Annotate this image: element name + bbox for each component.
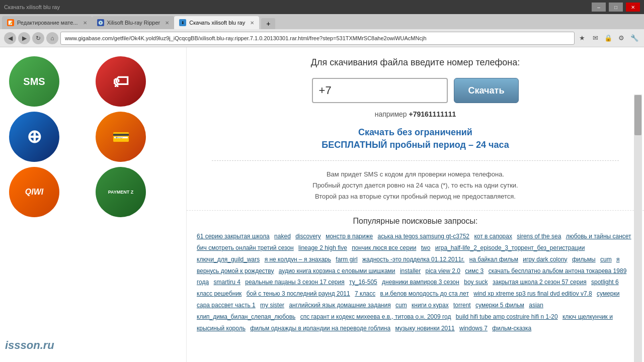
popular-link[interactable]: игру dark colony <box>523 256 567 263</box>
maximize-button[interactable]: □ <box>609 3 623 12</box>
nav-icons: ★ ✉ 🔒 ⚙ 🔧 <box>577 33 640 44</box>
left-sidebar: SMS 🏷 ⊕ 💳 QIWI PAYMENT Z <box>0 47 186 362</box>
popular-link[interactable]: ту_16-505 <box>349 279 377 286</box>
popular-link[interactable]: пончик люся все серии <box>352 244 416 251</box>
close-window-button[interactable]: ✕ <box>626 3 640 12</box>
popular-link[interactable]: 7 класс <box>355 290 375 297</box>
app-sms-icon[interactable]: SMS <box>9 56 59 107</box>
extensions-icon[interactable]: 🔧 <box>629 33 640 44</box>
popular-link[interactable]: sirens of the sea <box>517 233 561 240</box>
popular-link[interactable]: жадность -это подделка 01.12.2011г. <box>362 256 464 263</box>
popular-link[interactable]: cum <box>600 256 612 263</box>
tab-2-close[interactable]: ✕ <box>165 20 169 26</box>
popular-link[interactable]: кот в сапорах <box>474 233 512 240</box>
tools-icon[interactable]: ⚙ <box>616 33 627 44</box>
minimize-button[interactable]: – <box>592 3 606 12</box>
popular-link[interactable]: аська на tegos samsung gt-c3752 <box>378 233 470 240</box>
app-blue-symbol: ⊕ <box>27 126 42 147</box>
popular-link[interactable]: 61 серию закрытая школа <box>197 233 270 240</box>
forward-button[interactable]: ▶ <box>18 32 30 44</box>
popular-link[interactable]: реальные пацаны 3 сезон 17 серия <box>245 279 345 286</box>
app-payment-icon[interactable]: PAYMENT Z <box>96 167 146 217</box>
popular-link[interactable]: my sister <box>260 302 284 309</box>
popular-link[interactable]: я не колдун – я знахарь <box>265 256 331 263</box>
popular-link[interactable]: windows 7 <box>459 325 488 332</box>
popular-link[interactable]: boy suck <box>464 279 488 286</box>
download-button[interactable]: Скачать <box>454 78 519 103</box>
popular-link[interactable]: two <box>421 244 431 251</box>
popular-link[interactable]: фильм-сказка <box>492 325 531 332</box>
popular-link[interactable]: монстр в париже <box>326 233 373 240</box>
popular-link[interactable]: naked <box>274 233 291 240</box>
tab-3-close[interactable]: ✕ <box>250 20 254 26</box>
popular-link[interactable]: в.и.белов молодость до ста лет <box>380 290 468 297</box>
window-title: Скачать xilisoft blu ray <box>4 4 589 10</box>
popular-section: Популярные поисковые запросы: 61 серию з… <box>187 211 644 362</box>
lock-icon[interactable]: 🔒 <box>603 33 614 44</box>
popular-link[interactable]: музыку новинки 2011 <box>395 325 454 332</box>
app-blue-icon[interactable]: ⊕ <box>9 112 59 162</box>
app-red-icon[interactable]: 🏷 <box>96 56 146 107</box>
tab-3-label: Скачать xilisoft blu ray <box>189 20 245 26</box>
example-phone: +79161111111 <box>409 110 456 118</box>
page-content: SMS 🏷 ⊕ 💳 QIWI PAYMENT Z Для ск <box>0 47 644 362</box>
app-grid: SMS 🏷 ⊕ 💳 QIWI PAYMENT Z <box>4 51 182 222</box>
bookmark-icon[interactable]: ★ <box>577 33 588 44</box>
reload-button[interactable]: ↻ <box>32 32 44 44</box>
scroll-thumb[interactable] <box>634 95 641 135</box>
tab-2[interactable]: 💿 Xilisoft Blu-ray Ripper ✕ <box>92 16 175 29</box>
back-button[interactable]: ◀ <box>4 32 16 44</box>
new-tab-button[interactable]: + <box>261 18 275 29</box>
popular-link[interactable]: lineage 2 high five <box>298 244 347 251</box>
popular-link[interactable]: discovery <box>295 233 321 240</box>
popular-link[interactable]: фильм однажды в ирландии на переводе гоб… <box>250 325 390 332</box>
popular-link[interactable]: farm girl <box>336 256 357 263</box>
popular-links: 61 серию закрытая школа naked discovery … <box>197 231 634 334</box>
popular-link[interactable]: installer <box>400 267 421 275</box>
phone-input[interactable] <box>312 78 448 103</box>
app-orange-icon[interactable]: 💳 <box>96 112 146 162</box>
example-label: например <box>375 110 407 118</box>
popular-link[interactable]: фильмы <box>572 256 596 263</box>
address-bar[interactable]: www.gigabase.com/getfile/Ok4K.yold9luz9j… <box>60 32 575 45</box>
popular-link[interactable]: дневники вампиров 3 сезон <box>382 279 459 286</box>
popular-link[interactable]: книги о курах <box>412 302 449 309</box>
nav-bar: ◀ ▶ ↻ ⌂ www.gigabase.com/getfile/Ok4K.yo… <box>0 29 644 47</box>
popular-link[interactable]: симс 3 <box>465 267 484 275</box>
promo-line1: Скачать без ограничений <box>212 127 619 138</box>
url-text: www.gigabase.com/getfile/Ok4K.yold9luz9j… <box>65 35 427 41</box>
tab-1-icon: 📝 <box>7 19 14 26</box>
scrollbar[interactable] <box>634 95 642 362</box>
tab-1[interactable]: 📝 Редактирование мате... ✕ <box>2 16 92 29</box>
tab-3[interactable]: ⬇ Скачать xilisoft blu ray ✕ <box>174 16 259 29</box>
popular-link[interactable]: клип_дима_билан_слепая_любовь <box>197 313 295 320</box>
tab-1-close[interactable]: ✕ <box>83 20 87 26</box>
mail-icon[interactable]: ✉ <box>590 33 601 44</box>
popular-link[interactable]: cum <box>395 302 407 309</box>
app-payment-label: PAYMENT Z <box>108 190 134 195</box>
app-qiwi-icon[interactable]: QIWI <box>9 167 59 217</box>
popular-link[interactable]: спс гарант и кодекс михеева е.в., титова… <box>300 313 451 320</box>
popular-link[interactable]: английский язык домашние задания <box>289 302 390 309</box>
popular-link[interactable]: закрытая школа 2 сезон 57 серия <box>493 279 587 286</box>
popular-link[interactable]: бой с тенью 3 последний раунд 2011 <box>247 290 350 297</box>
popular-link[interactable]: asian <box>529 302 543 309</box>
popular-link[interactable]: build hifi tube amp costruire hifi n 1-2… <box>456 313 558 320</box>
popular-title: Популярные поисковые запросы: <box>197 217 634 226</box>
home-button[interactable]: ⌂ <box>46 32 58 44</box>
popular-link[interactable]: игра_half-life_2_episode_3_торрент_без_р… <box>435 244 585 251</box>
app-qiwi-label: QIWI <box>25 188 43 197</box>
popular-link[interactable]: wind xp xtreme sp3 rus final dvd editiov… <box>473 290 592 297</box>
popular-link[interactable]: сумерки 5 фильм <box>475 302 524 309</box>
popular-link[interactable]: ключи_для_guild_wars <box>197 256 260 263</box>
popular-link[interactable]: smartiru 4 <box>214 279 240 286</box>
sms-info-line2: Пробный доступ дается ровно на 24 часа (… <box>212 180 619 191</box>
popular-link[interactable]: на байкал фильм <box>469 256 518 263</box>
popular-link[interactable]: torrent <box>453 302 471 309</box>
sms-info-line1: Вам придет SMS с кодом для проверки номе… <box>212 169 619 180</box>
popular-link[interactable]: аудио книга корзина с еловыми шишками <box>279 267 395 275</box>
tab-1-label: Редактирование мате... <box>17 20 78 26</box>
popular-link[interactable]: pica view 2.0 <box>426 267 460 275</box>
sms-info-line3: Второй раз на вторые сутки пробный перио… <box>212 191 619 202</box>
title-bar: Скачать xilisoft blu ray – □ ✕ <box>0 0 644 14</box>
